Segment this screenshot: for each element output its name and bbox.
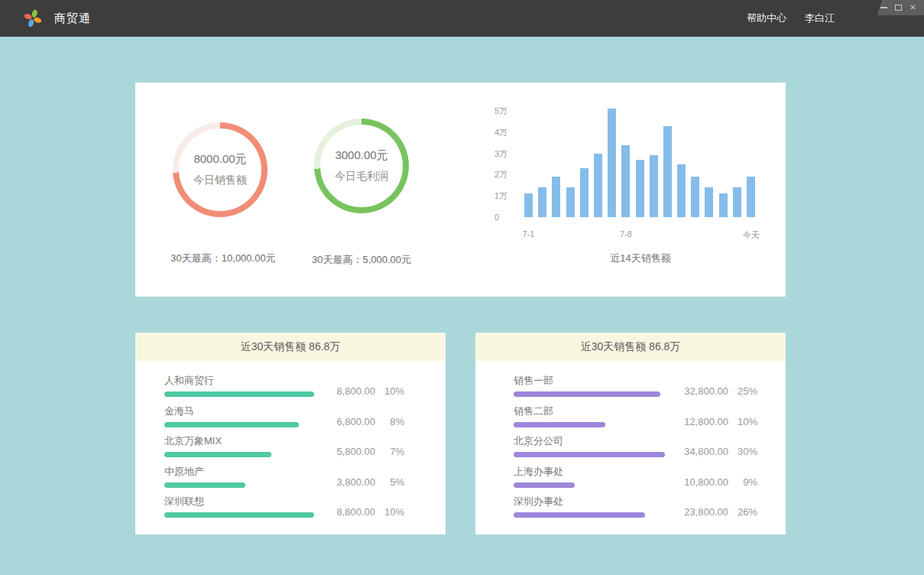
app-logo-icon [23, 8, 43, 28]
list-item-bar [514, 512, 645, 518]
sales-bar [747, 177, 755, 217]
list-item-amount: 34,800.00 [672, 446, 728, 457]
list-item-amount: 8,800.00 [319, 385, 375, 397]
list-item-amount: 32,800.00 [672, 385, 728, 397]
list-item-bar [514, 422, 605, 427]
sales-bar [524, 193, 533, 217]
sales-bar-chart [524, 111, 757, 217]
list-item-bar [164, 452, 271, 457]
username-menu[interactable]: 李白江 [805, 11, 835, 25]
list-item-values: 32,800.0025% [672, 385, 757, 397]
list-item-values: 6,800.008% [319, 416, 404, 427]
y-tick-label: 2万 [494, 169, 525, 180]
list-item-percent: 7% [375, 446, 404, 457]
list-item-percent: 26% [728, 506, 757, 518]
list-item-values: 10,800.009% [672, 476, 757, 488]
list-item-amount: 6,800.00 [319, 416, 375, 427]
sales-bar [705, 187, 713, 217]
today-sales-value: 8000.00元 [193, 152, 246, 167]
sales-bar [663, 126, 672, 218]
list-item-percent: 10% [375, 385, 404, 397]
maximize-icon[interactable] [894, 3, 903, 12]
department-sales-list: 销售一部32,800.0025%销售二部12,800.0010%北京分公司34,… [475, 361, 786, 525]
sales-bar [594, 154, 602, 217]
app-title: 商贸通 [54, 11, 91, 26]
list-item: 上海办事处10,800.009% [514, 465, 786, 495]
list-item-amount: 3,800.00 [319, 476, 375, 488]
department-sales-card: 近30天销售额 86.8万 销售一部32,800.0025%销售二部12,800… [475, 333, 786, 534]
list-item-percent: 25% [728, 385, 757, 397]
sales-bar [691, 177, 699, 217]
list-item: 北京万象MIX5,800.007% [164, 434, 446, 465]
list-item: 深圳联想8,800.0010% [164, 495, 446, 525]
overview-card: 8000.00元 今日销售额 30天最高：10,000.00元 3000.00元… [135, 83, 786, 297]
y-tick-label: 5万 [494, 106, 525, 116]
sales-bar [636, 160, 644, 217]
window-controls: ✕ [875, 0, 924, 15]
list-item-values: 23,800.0026% [672, 506, 757, 518]
list-item-percent: 10% [375, 506, 404, 518]
list-item-values: 5,800.007% [319, 446, 404, 457]
list-item-bar [514, 391, 660, 397]
list-item: 销售一部32,800.0025% [514, 374, 786, 404]
list-item: 北京分公司34,800.0030% [514, 434, 786, 465]
sales-bar [733, 187, 741, 217]
x-tick-label: 今天 [743, 229, 760, 241]
list-item-percent: 8% [375, 416, 404, 427]
today-sales-label: 今日销售额 [193, 174, 247, 187]
x-tick-label: 7-8 [620, 229, 632, 239]
today-profit-value: 3000.00元 [335, 148, 387, 163]
minimize-icon[interactable] [880, 3, 888, 12]
sales-bar [621, 145, 630, 218]
list-item-amount: 23,800.00 [672, 506, 728, 518]
profit-30day-max: 30天最高：5,000.00元 [262, 253, 461, 267]
list-item-percent: 9% [728, 476, 757, 488]
list-item-bar [164, 422, 299, 427]
y-tick-label: 4万 [494, 127, 525, 138]
list-item-bar [164, 391, 314, 397]
list-item: 人和商贸行8,800.0010% [164, 374, 446, 404]
list-item: 销售二部12,800.0010% [514, 404, 786, 435]
x-tick-label: 7-1 [523, 229, 535, 239]
list-item-percent: 10% [728, 416, 757, 427]
list-item-amount: 10,800.00 [672, 476, 728, 488]
help-center-link[interactable]: 帮助中心 [747, 11, 786, 25]
sales-bar [608, 109, 616, 217]
sales-bar [580, 168, 588, 217]
list-item-amount: 5,800.00 [319, 446, 375, 457]
bar-chart-caption: 近14天销售额 [524, 252, 757, 265]
list-item-values: 3,800.005% [319, 476, 404, 488]
list-item: 深圳办事处23,800.0026% [514, 495, 786, 525]
today-profit-label: 今日毛利润 [335, 170, 388, 184]
list-item-values: 8,800.0010% [319, 385, 404, 397]
close-icon[interactable]: ✕ [909, 3, 917, 12]
sales-bar [719, 193, 728, 217]
list-item-percent: 5% [375, 476, 404, 488]
today-profit-donut: 3000.00元 今日毛利润 [314, 119, 409, 213]
department-sales-card-title: 近30天销售额 86.8万 [475, 333, 786, 361]
titlebar: 商贸通 帮助中心 李白江 ✕ [0, 0, 924, 37]
customer-sales-list: 人和商贸行8,800.0010%金海马6,800.008%北京万象MIX5,80… [135, 361, 446, 525]
list-item-bar [164, 482, 245, 488]
sales-bar [566, 187, 575, 217]
today-sales-donut: 8000.00元 今日销售额 [173, 122, 267, 217]
sales-bar [650, 155, 658, 217]
sales-bar [538, 187, 546, 217]
list-item-values: 12,800.0010% [672, 416, 757, 427]
list-item-values: 8,800.0010% [319, 506, 404, 518]
y-tick-label: 3万 [494, 148, 525, 159]
list-item: 中原地产3,800.005% [164, 465, 446, 495]
list-item-amount: 8,800.00 [319, 506, 375, 518]
list-item-amount: 12,800.00 [672, 416, 728, 427]
list-item-bar [514, 452, 665, 457]
sales-bar [552, 177, 560, 217]
y-tick-label: 1万 [494, 190, 525, 201]
list-item-percent: 30% [728, 446, 757, 457]
list-item-bar [164, 512, 314, 518]
list-item-bar [514, 482, 575, 488]
customer-sales-card: 近30天销售额 86.8万 人和商贸行8,800.0010%金海马6,800.0… [135, 333, 446, 534]
list-item: 金海马6,800.008% [164, 404, 446, 435]
y-tick-label: 0 [494, 212, 525, 223]
customer-sales-card-title: 近30天销售额 86.8万 [135, 333, 446, 361]
sales-bar [677, 164, 686, 218]
